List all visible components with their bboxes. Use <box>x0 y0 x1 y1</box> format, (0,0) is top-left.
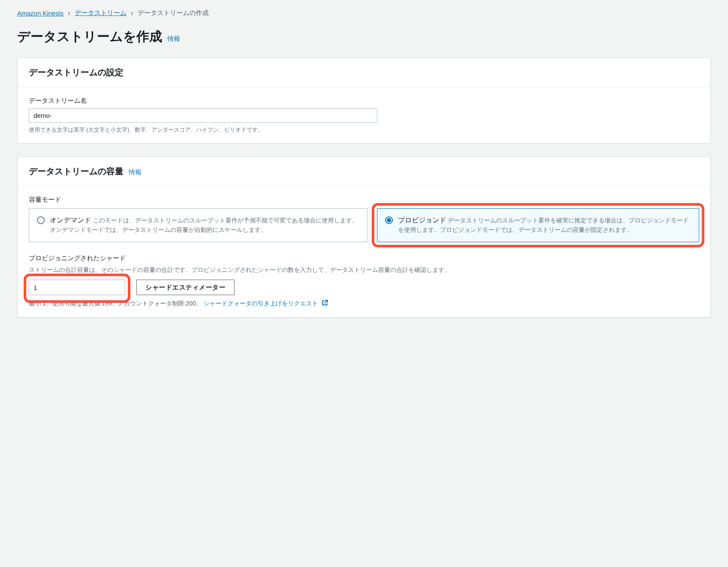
breadcrumb: Amazon Kinesis › データストリーム › データストリームの作成 <box>17 9 711 18</box>
info-link[interactable]: 情報 <box>167 35 180 43</box>
provisioned-shards-section: プロビジョニングされたシャード ストリームの合計容量は、そのシャードの容量の合計… <box>29 254 699 308</box>
external-link-icon <box>321 299 328 308</box>
chevron-right-icon: › <box>68 9 71 18</box>
chevron-right-icon: › <box>131 9 133 18</box>
panel-body: データストリーム名 使用できる文字は英字 (大文字と小文字)、数字、アンダースコ… <box>18 87 710 143</box>
stream-name-helper: 使用できる文字は英字 (大文字と小文字)、数字、アンダースコア、ハイフン、ピリオ… <box>29 126 699 134</box>
shards-input-row: シャードエスティメーター <box>29 280 699 295</box>
panel-title: データストリームの容量 <box>29 166 123 177</box>
capacity-mode-on-demand[interactable]: オンデマンド このモードは、データストリームのスループット要件が予測不能で可変で… <box>29 208 367 242</box>
stream-settings-panel: データストリームの設定 データストリーム名 使用できる文字は英字 (大文字と小文… <box>17 58 711 144</box>
stream-name-label: データストリーム名 <box>29 97 699 105</box>
breadcrumb-current: データストリームの作成 <box>138 9 209 17</box>
quota-increase-link[interactable]: シャードクォータの引き上げをリクエスト <box>204 300 328 307</box>
page-container: Amazon Kinesis › データストリーム › データストリームの作成 … <box>0 0 728 339</box>
panel-header: データストリームの設定 <box>18 58 710 87</box>
capacity-mode-options: オンデマンド このモードは、データストリームのスループット要件が予測不能で可変で… <box>29 208 699 242</box>
shards-desc: ストリームの合計容量は、そのシャードの容量の合計です。プロビジョニングされたシャ… <box>29 265 699 274</box>
page-title: データストリームを作成 <box>17 28 162 46</box>
option-title: オンデマンド <box>50 216 91 224</box>
page-header: データストリームを作成 情報 <box>17 28 711 46</box>
panel-body: 容量モード オンデマンド このモードは、データストリームのスループット要件が予測… <box>18 186 710 317</box>
stream-capacity-panel: データストリームの容量 情報 容量モード オンデマンド このモードは、データスト… <box>17 157 711 317</box>
panel-header: データストリームの容量 情報 <box>18 157 710 186</box>
shards-constraint-text: 最小:1、使用可能な最大値:199、アカウントクォータ制限:200。 シャードク… <box>29 299 699 308</box>
shard-estimator-button[interactable]: シャードエスティメーター <box>136 280 234 295</box>
option-title: プロビジョンド <box>398 216 446 224</box>
radio-icon <box>385 216 393 224</box>
breadcrumb-service-link[interactable]: Amazon Kinesis <box>17 9 64 17</box>
radio-icon <box>37 216 45 224</box>
capacity-mode-label: 容量モード <box>29 196 699 204</box>
stream-name-input[interactable] <box>29 108 377 123</box>
panel-title: データストリームの設定 <box>29 67 123 78</box>
option-desc: このモードは、データストリームのスループット要件が予測不能で可変である場合に使用… <box>50 217 358 233</box>
info-link[interactable]: 情報 <box>129 168 142 176</box>
capacity-mode-provisioned[interactable]: プロビジョンド データストリームのスループット要件を確実に推定できる場合は、プロ… <box>377 208 699 242</box>
shards-label: プロビジョニングされたシャード <box>29 254 699 262</box>
breadcrumb-section-link[interactable]: データストリーム <box>75 9 126 17</box>
constraint-prefix: 最小:1、使用可能な最大値:199、アカウントクォータ制限:200。 <box>29 300 202 307</box>
shards-count-input[interactable] <box>29 280 125 295</box>
